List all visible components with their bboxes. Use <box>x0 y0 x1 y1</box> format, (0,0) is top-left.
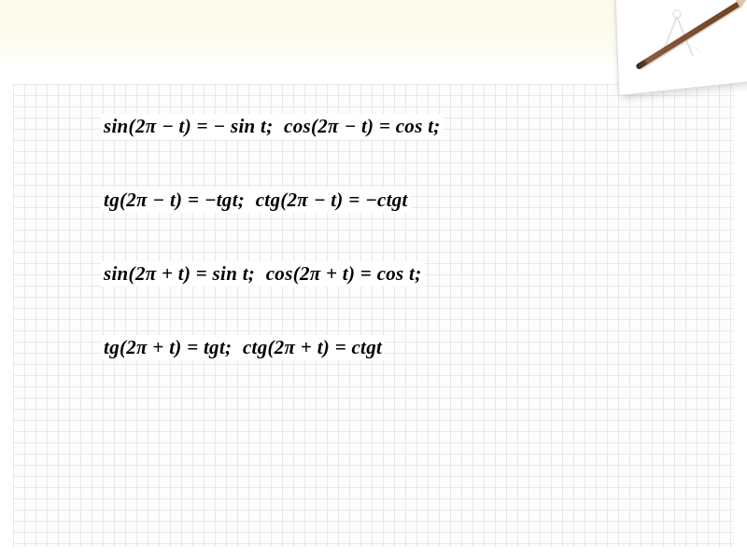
formula-3a: sin(2π + t) = sin t; <box>104 262 255 285</box>
formula-block: sin(2π − t) = − sin t; cos(2π − t) = cos… <box>101 114 605 409</box>
formula-line-3: sin(2π + t) = sin t; cos(2π + t) = cos t… <box>101 261 425 287</box>
corner-decoration <box>579 0 747 112</box>
svg-point-0 <box>673 10 681 18</box>
formula-1b: cos(2π − t) = cos t; <box>284 115 441 137</box>
formula-1a: sin(2π − t) = − sin t; <box>104 115 274 137</box>
formula-line-1: sin(2π − t) = − sin t; cos(2π − t) = cos… <box>101 114 444 139</box>
formula-2b: ctg(2π − t) = −ctgt <box>256 189 408 211</box>
formula-line-4: tg(2π + t) = tgt; ctg(2π + t) = ctgt <box>101 335 385 360</box>
formula-2a: tg(2π − t) = −tgt; <box>104 189 245 211</box>
formula-3b: cos(2π + t) = cos t; <box>266 262 422 285</box>
formula-4b: ctg(2π + t) = ctgt <box>243 336 382 358</box>
formula-line-2: tg(2π − t) = −tgt; ctg(2π − t) = −ctgt <box>101 188 411 213</box>
formula-4a: tg(2π + t) = tgt; <box>104 336 232 358</box>
